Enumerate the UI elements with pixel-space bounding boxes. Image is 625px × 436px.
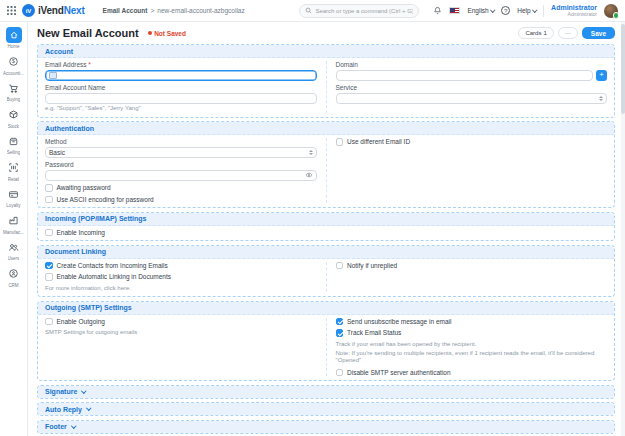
cards-button[interactable]: Cards1 — [518, 27, 553, 39]
sidebar-item-crm[interactable]: CRM — [0, 266, 27, 288]
smtp-help-text: SMTP Settings for outgoing emails — [45, 329, 317, 337]
section-document-linking-header[interactable]: Document Linking — [38, 246, 614, 259]
method-label: Method — [45, 138, 317, 145]
avatar[interactable] — [604, 4, 618, 18]
email-address-label: Email Address * — [45, 61, 317, 68]
add-domain-button[interactable]: + — [596, 70, 607, 81]
email-address-field[interactable] — [45, 70, 317, 81]
ascii-encoding-checkbox[interactable] — [45, 196, 53, 204]
section-footer-header[interactable]: Footer — [38, 421, 614, 433]
section-outgoing-header[interactable]: Outgoing (SMTP) Settings — [38, 302, 614, 315]
search-input[interactable] — [315, 8, 413, 14]
use-different-email-checkbox[interactable] — [336, 138, 344, 146]
section-account-header[interactable]: Account — [38, 45, 614, 58]
section-outgoing: Outgoing (SMTP) Settings Enable Outgoing… — [37, 301, 615, 382]
breadcrumb-separator: > — [150, 7, 154, 14]
users-icon — [6, 239, 22, 255]
method-select[interactable]: Basic — [45, 147, 317, 158]
page-title: New Email Account — [37, 27, 139, 39]
domain-field[interactable] — [336, 70, 594, 81]
save-button[interactable]: Save — [582, 27, 615, 39]
global-search[interactable] — [299, 4, 419, 18]
sidebar-item-manufacturing[interactable]: Manufac... — [0, 213, 27, 235]
section-authentication-header[interactable]: Authentication — [38, 122, 614, 135]
chevron-down-icon — [86, 406, 91, 411]
brand-logo[interactable]: iV iVendNext — [22, 4, 85, 17]
help-circle-icon[interactable]: ? — [501, 6, 510, 15]
sidebar-item-users[interactable]: Users — [0, 239, 27, 261]
sidebar-item-selling[interactable]: Selling — [0, 133, 27, 155]
language-dropdown[interactable]: English — [467, 7, 494, 14]
barcode-icon — [6, 160, 22, 176]
track-help-line1: Track if your email has been opened by t… — [336, 341, 608, 349]
section-footer: Footer — [37, 420, 615, 434]
home-icon — [6, 27, 22, 43]
cart-icon — [6, 80, 22, 96]
status-dot-icon — [148, 31, 152, 35]
password-label: Password — [45, 161, 317, 168]
box-icon — [6, 107, 22, 123]
section-authentication: Authentication Method Basic Password — [37, 121, 615, 208]
service-label: Service — [336, 84, 608, 91]
sidebar-item-stock[interactable]: Stock — [0, 107, 27, 129]
brand-logo-icon: iV — [22, 4, 35, 17]
card-icon — [6, 186, 22, 202]
form-body: Account Email Address * Email Account Na — [28, 42, 625, 436]
password-field[interactable] — [45, 170, 317, 181]
disable-smtp-auth-checkbox[interactable] — [336, 369, 344, 377]
section-auto-reply-header[interactable]: Auto Reply — [38, 403, 614, 415]
search-icon — [305, 7, 312, 14]
factory-icon — [6, 213, 22, 229]
email-account-name-label: Email Account Name — [45, 84, 317, 91]
help-dropdown[interactable]: Help — [517, 7, 536, 14]
crm-icon — [6, 266, 22, 282]
sidebar-item-accounting[interactable]: $ Accounti... — [0, 54, 27, 76]
track-help-line2: Note: If you're sending to multiple reci… — [336, 350, 608, 365]
divider — [543, 5, 544, 17]
chevron-down-icon — [71, 423, 76, 428]
top-navbar: iV iVendNext Email Account > new-email-a… — [0, 0, 625, 22]
sidebar-item-loyalty[interactable]: Loyalty — [0, 186, 27, 208]
enable-outgoing-checkbox[interactable] — [45, 318, 53, 326]
more-menu-button[interactable]: ··· — [558, 27, 578, 39]
user-menu[interactable]: Administrator Administrator — [551, 4, 597, 17]
auto-linking-checkbox[interactable] — [45, 273, 53, 281]
section-incoming-header[interactable]: Incoming (POP/IMAP) Settings — [38, 213, 614, 226]
notify-unreplied-checkbox[interactable] — [336, 262, 344, 270]
store-icon — [6, 133, 22, 149]
awaiting-password-checkbox[interactable] — [45, 184, 53, 192]
scrollbar[interactable] — [621, 22, 625, 436]
enable-incoming-checkbox[interactable] — [45, 229, 53, 237]
section-signature-header[interactable]: Signature — [38, 386, 614, 398]
input-artifact-icon — [49, 72, 57, 79]
brand-name: iVendNext — [38, 5, 85, 16]
chevron-down-icon — [490, 7, 495, 12]
eye-icon[interactable] — [305, 171, 313, 179]
create-contacts-checkbox[interactable] — [45, 262, 53, 270]
service-select[interactable] — [336, 93, 608, 104]
not-saved-indicator: Not Saved — [148, 30, 186, 37]
unsubscribe-checkbox[interactable] — [336, 318, 344, 326]
sidebar-item-buying[interactable]: Buying — [0, 80, 27, 102]
notifications-bell-icon[interactable] — [433, 6, 442, 15]
chevron-down-icon — [532, 7, 537, 12]
more-info-link[interactable]: For more information, click here. — [45, 285, 317, 293]
chevron-down-icon — [82, 388, 87, 393]
apps-grid-icon[interactable] — [7, 6, 16, 15]
page-header: New Email Account Not Saved Cards1 ··· S… — [28, 22, 625, 42]
breadcrumb: Email Account > new-email-account-azbgco… — [103, 7, 245, 14]
sidebar-item-home[interactable]: Home — [0, 27, 27, 49]
us-flag-icon — [449, 7, 460, 14]
track-email-status-checkbox[interactable] — [336, 329, 344, 337]
accounting-icon: $ — [6, 54, 22, 70]
breadcrumb-parent[interactable]: Email Account — [103, 7, 148, 14]
email-account-name-field[interactable] — [45, 93, 317, 104]
select-carets-icon — [309, 150, 313, 155]
domain-label: Domain — [336, 61, 608, 68]
breadcrumb-current[interactable]: new-email-account-azbgcoilaz — [157, 7, 244, 14]
section-signature: Signature — [37, 385, 615, 399]
email-account-name-help: e.g. "Support", "Sales", "Jerry Yang" — [45, 105, 317, 113]
left-sidebar: Home $ Accounti... Buying Stock Selling … — [0, 22, 28, 436]
section-auto-reply: Auto Reply — [37, 402, 615, 416]
sidebar-item-retail[interactable]: Retail — [0, 160, 27, 182]
